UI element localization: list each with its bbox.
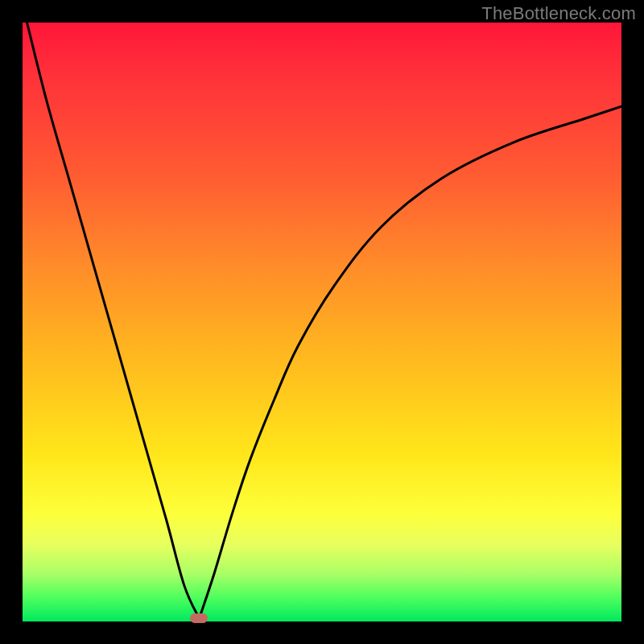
curve-minimum-marker <box>190 613 208 623</box>
plot-area <box>23 23 621 621</box>
chart-frame: TheBottleneck.com <box>0 0 644 644</box>
curve-right-branch <box>199 106 621 618</box>
watermark-text: TheBottleneck.com <box>481 3 636 24</box>
bottleneck-curve <box>23 23 621 621</box>
curve-left-branch <box>26 23 200 618</box>
